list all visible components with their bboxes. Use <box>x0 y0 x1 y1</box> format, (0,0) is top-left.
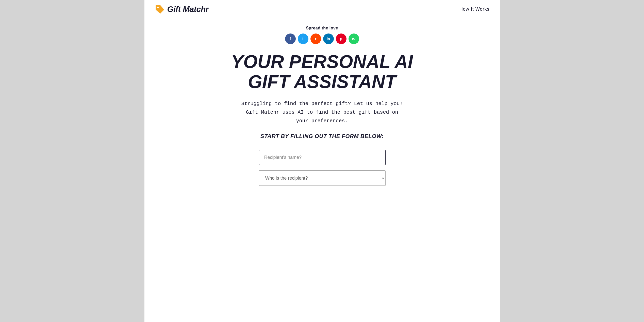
whatsapp-icon[interactable]: w <box>349 33 359 44</box>
right-sidebar <box>622 0 644 322</box>
svg-point-1 <box>157 7 159 8</box>
hero-title: YOUR PERSONAL AI GIFT ASSISTANT <box>208 52 436 92</box>
logo-area[interactable]: Gift Matchr <box>155 4 209 14</box>
recipient-who-select[interactable]: Who is the recipient? Friend Partner Par… <box>259 170 386 186</box>
form-start-label: START BY FILLING OUT THE FORM BELOW: <box>260 133 384 140</box>
tag-icon <box>155 4 165 14</box>
pinterest-icon[interactable]: p <box>336 33 346 44</box>
gift-form: Who is the recipient? Friend Partner Par… <box>259 150 386 186</box>
social-section: Spread the love f t r in p w <box>285 26 359 44</box>
reddit-icon[interactable]: r <box>310 33 321 44</box>
navbar: Gift Matchr How It Works <box>144 0 500 18</box>
logo-text: Gift Matchr <box>167 5 209 14</box>
left-sidebar <box>0 0 22 322</box>
facebook-icon[interactable]: f <box>285 33 296 44</box>
main-content: Spread the love f t r in p w <box>144 18 500 201</box>
spread-label: Spread the love <box>306 26 338 30</box>
recipient-name-input[interactable] <box>259 150 386 165</box>
how-it-works-link[interactable]: How It Works <box>459 7 490 12</box>
svg-marker-0 <box>156 5 164 14</box>
social-icons-group: f t r in p w <box>285 33 359 44</box>
linkedin-icon[interactable]: in <box>323 33 334 44</box>
twitter-icon[interactable]: t <box>298 33 308 44</box>
hero-description: Struggling to find the perfect gift? Let… <box>241 99 403 125</box>
page-wrapper: Gift Matchr How It Works Spread the love… <box>144 0 500 322</box>
